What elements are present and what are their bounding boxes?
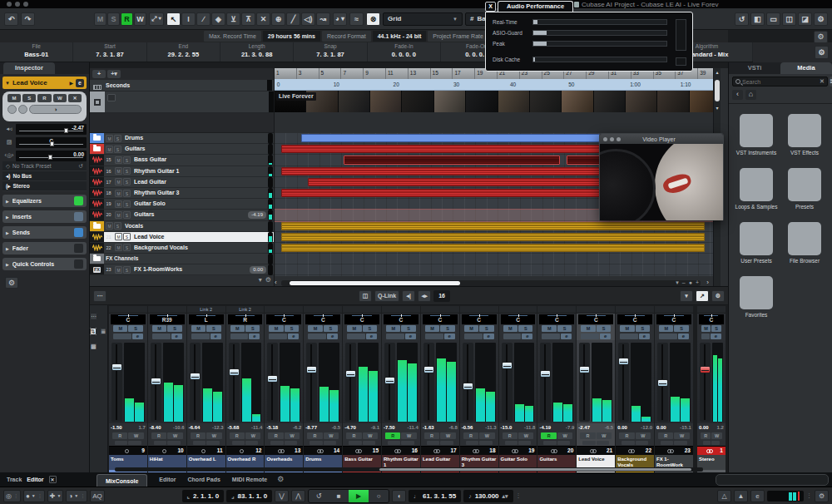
channel-fader[interactable] — [345, 343, 356, 422]
channel-prev-icon[interactable] — [622, 441, 634, 445]
channel-solo-button[interactable]: S — [674, 325, 688, 332]
channel-fader[interactable] — [267, 343, 278, 422]
channel-next-icon[interactable] — [167, 441, 180, 445]
inspector-tab[interactable]: Inspector — [3, 62, 55, 74]
read-automation-button[interactable]: R — [701, 432, 711, 439]
peak-value[interactable]: -12.3 — [212, 423, 224, 432]
media-tile[interactable]: Presets — [781, 168, 828, 210]
write-automation-button[interactable]: W — [285, 432, 300, 439]
open-mixconsole-icon[interactable]: ↗ — [696, 290, 709, 302]
pan-control[interactable]: R39 — [150, 314, 185, 324]
channel-listen-button[interactable] — [542, 334, 560, 339]
left-locator-value[interactable]: 2. 1. 1. 0 — [193, 490, 219, 502]
fader-handle[interactable] — [111, 363, 122, 371]
channel-next-icon[interactable] — [128, 441, 141, 445]
channel-solo-button[interactable]: S — [557, 325, 572, 332]
channel-listen-button[interactable] — [701, 334, 710, 339]
channel-mute-button[interactable]: M — [191, 325, 206, 332]
mixer-channel-strip[interactable]: Link 2 L M S e — [187, 306, 225, 472]
tempo-value[interactable]: 130.000 — [475, 490, 499, 502]
channel-solo-button[interactable]: S — [285, 325, 299, 332]
channel-mute-button[interactable]: M — [269, 325, 283, 332]
chevron-down-icon[interactable]: ▾ — [680, 290, 693, 302]
channel-edit-button[interactable]: e — [600, 334, 611, 339]
gear-icon[interactable]: ⚙ — [711, 290, 725, 302]
channel-fader[interactable] — [618, 343, 629, 422]
mixer-channel-strip[interactable]: C M S e — [460, 306, 498, 472]
channel-edit-button[interactable]: e — [249, 334, 260, 339]
fader-value[interactable]: -15.0 — [501, 423, 513, 432]
channel-next-icon[interactable] — [363, 441, 375, 445]
track-solo-button[interactable]: S — [123, 178, 131, 185]
channel-mute-button[interactable]: M — [425, 325, 439, 332]
track-row[interactable]: FX M S Guitars — [90, 144, 274, 155]
fader-handle[interactable] — [384, 377, 395, 384]
write-automation-button[interactable]: W — [711, 432, 722, 439]
channel-solo-button[interactable]: S — [128, 325, 142, 332]
mixer-channel-strip[interactable]: C M S e — [655, 306, 693, 472]
record-enable-button[interactable] — [7, 105, 17, 114]
position-value[interactable]: 61. 3. 1. 55 — [423, 490, 456, 502]
grid-type-dropdown[interactable]: Grid▼ — [383, 12, 463, 26]
audio-event[interactable] — [281, 222, 705, 230]
pan-control[interactable]: C — [111, 314, 146, 324]
channel-mute-button[interactable]: M — [581, 325, 595, 332]
track-mute-button[interactable]: M — [115, 211, 122, 219]
solo-all-button[interactable]: S — [107, 12, 120, 26]
right-locator-field[interactable]: ⌟ 83. 1. 1. 0 — [226, 490, 272, 502]
pan-control[interactable]: C — [539, 314, 574, 324]
channel-next-icon[interactable] — [324, 441, 336, 445]
write-automation-button[interactable]: W — [440, 432, 455, 439]
track-mute-button[interactable]: M — [115, 233, 122, 240]
pan-control[interactable]: C — [699, 314, 724, 324]
channel-solo-button[interactable]: S — [479, 325, 493, 332]
channel-listen-button[interactable] — [308, 334, 326, 339]
erase-tool[interactable]: ◈ — [211, 12, 225, 26]
track-mute-button[interactable]: M — [106, 135, 113, 142]
metronome-icon[interactable]: △ — [717, 490, 731, 502]
split-tool[interactable]: ⊻ — [226, 12, 240, 26]
channel-prev-icon[interactable] — [115, 441, 127, 445]
mixer-channel-strip[interactable]: C M S e — [697, 306, 726, 472]
mixer-channel-strip[interactable]: C M S e — [109, 306, 147, 472]
zoom-tool[interactable]: ⊕ — [271, 12, 285, 26]
fader-handle[interactable] — [423, 366, 434, 373]
snap-button[interactable]: ⊗ — [366, 12, 380, 26]
track-mute-button[interactable]: M — [106, 146, 113, 153]
stop-button[interactable]: ■ — [329, 490, 349, 502]
track-row[interactable]: FX 20 M S Guitars -4.19 — [90, 210, 274, 220]
track-solo-button[interactable]: S — [123, 190, 131, 197]
fader-handle[interactable] — [306, 366, 317, 373]
track-row[interactable]: FX M S FX Channels — [90, 254, 274, 264]
media-tile[interactable]: File Browser — [781, 222, 828, 264]
peak-value[interactable]: -11.8 — [524, 423, 535, 432]
audio-event[interactable] — [281, 233, 705, 241]
audio-event[interactable] — [344, 156, 560, 164]
channel-listen-button[interactable] — [620, 334, 638, 339]
channel-listen-button[interactable] — [386, 334, 404, 339]
mixer-channel-strip[interactable]: C M S e — [616, 306, 654, 472]
channel-fader[interactable] — [306, 343, 317, 422]
peak-value[interactable]: -10.6 — [173, 423, 185, 432]
more-options-icon[interactable]: ⋮ — [806, 492, 812, 499]
channel-fader[interactable] — [463, 343, 473, 422]
mixer-channel-strip[interactable]: Link 2 R M S e — [226, 306, 265, 472]
read-automation-button[interactable]: R — [268, 432, 283, 439]
read-automation-button[interactable]: R — [658, 432, 673, 439]
track-mute-button[interactable]: M — [106, 222, 113, 230]
expand-icon[interactable]: ▶ — [69, 80, 73, 86]
line-tool[interactable]: ╱ — [286, 12, 300, 26]
read-automation-button[interactable]: R — [346, 432, 361, 439]
track-row[interactable]: FX 19 M S Guitar Solo — [90, 199, 274, 210]
channel-mute-button[interactable]: M — [620, 325, 634, 332]
read-automation-button[interactable]: R — [580, 432, 595, 439]
record-button[interactable]: ○ — [369, 490, 389, 502]
mixer-channel-strip[interactable]: C M S e — [577, 306, 615, 472]
track-solo-button[interactable]: S — [123, 211, 131, 219]
channel-listen-button[interactable] — [425, 334, 443, 339]
channel-mute-button[interactable]: M — [701, 325, 711, 332]
channel-listen-button[interactable] — [191, 334, 210, 339]
mute-tool[interactable]: ✕ — [256, 12, 270, 26]
autoscroll-button[interactable]: ⤢ ▾ — [149, 12, 164, 26]
channel-edit-button[interactable]: e — [639, 334, 650, 339]
